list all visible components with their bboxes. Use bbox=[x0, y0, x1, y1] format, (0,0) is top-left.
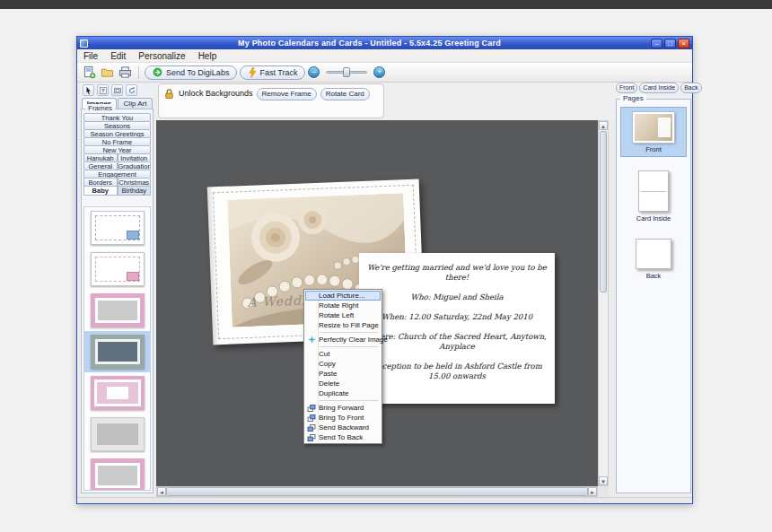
menu-item-load-picture[interactable]: Load Picture... bbox=[305, 291, 381, 301]
thumb-art bbox=[107, 387, 128, 399]
scrollbar-corner bbox=[598, 486, 609, 497]
front-view-button[interactable]: Front bbox=[616, 83, 637, 93]
zoom-out-button[interactable]: − bbox=[308, 66, 320, 78]
frame-thumbnail[interactable] bbox=[84, 455, 150, 491]
menu-file[interactable]: File bbox=[77, 50, 104, 62]
horizontal-scrollbar[interactable]: ◄ ► bbox=[156, 486, 598, 497]
page-front[interactable]: Front bbox=[620, 107, 687, 157]
invite-line: We're getting married and we'd love you … bbox=[367, 263, 547, 283]
rotate-card-button[interactable]: Rotate Card bbox=[320, 88, 370, 100]
send-to-label: Send To DigiLabs bbox=[166, 68, 229, 77]
context-menu: Load Picture... Rotate Right Rotate Left… bbox=[303, 289, 382, 444]
right-panel: Front Card Inside Back Pages Front Card … bbox=[616, 83, 691, 495]
card-inside-page-thumbnail[interactable] bbox=[638, 170, 669, 212]
menu-item-perfectly-clear-image[interactable]: Perfectly Clear Image bbox=[305, 335, 381, 344]
rotate-tool-icon bbox=[127, 86, 136, 95]
menu-item-rotate-left[interactable]: Rotate Left bbox=[305, 310, 381, 320]
canvas[interactable]: A Wedding We're getting married and we'd… bbox=[156, 120, 598, 486]
menu-item-rotate-right[interactable]: Rotate Right bbox=[305, 301, 381, 310]
category-general[interactable]: General bbox=[83, 161, 118, 170]
category-graduation[interactable]: Graduation bbox=[118, 161, 152, 170]
titlebar[interactable]: My Photo Calendars and Cards - Untitled … bbox=[77, 37, 692, 49]
rotate-tool-button[interactable] bbox=[126, 84, 137, 96]
layers-icon bbox=[305, 405, 318, 412]
page-card-inside[interactable]: Card Inside bbox=[620, 166, 687, 225]
back-view-button[interactable]: Back bbox=[680, 83, 702, 93]
card-inside-view-button[interactable]: Card Inside bbox=[639, 83, 679, 93]
menu-item-send-backward[interactable]: Send Backward bbox=[305, 423, 381, 432]
frame-thumbnail[interactable] bbox=[84, 372, 150, 414]
print-button[interactable] bbox=[118, 65, 133, 80]
menu-item-paste[interactable]: Paste bbox=[305, 369, 381, 379]
vertical-scroll-thumb[interactable] bbox=[600, 131, 607, 292]
frame-thumbnail[interactable] bbox=[84, 207, 150, 249]
sparkle-icon bbox=[305, 336, 318, 344]
invite-text-panel[interactable]: We're getting married and we'd love you … bbox=[359, 253, 555, 404]
menu-item-send-to-back[interactable]: Send To Back bbox=[305, 432, 381, 442]
menu-item-delete[interactable]: Delete bbox=[305, 379, 381, 388]
open-folder-icon bbox=[101, 65, 114, 79]
unlock-backgrounds-label[interactable]: Unlock Backgrounds bbox=[179, 88, 253, 99]
horizontal-scroll-thumb[interactable] bbox=[166, 487, 588, 496]
print-icon bbox=[118, 65, 132, 79]
layers-icon bbox=[305, 414, 318, 422]
fast-track-button[interactable]: Fast Track bbox=[240, 65, 305, 80]
close-button[interactable]: × bbox=[678, 39, 689, 48]
menu-separator bbox=[320, 400, 378, 401]
add-image-button[interactable] bbox=[82, 65, 97, 80]
text-tool-icon bbox=[99, 86, 108, 95]
zoom-slider[interactable] bbox=[326, 66, 367, 78]
maximize-button[interactable]: □ bbox=[664, 39, 676, 48]
app-window: My Photo Calendars and Cards - Untitled … bbox=[76, 36, 693, 504]
pages-panel-title: Pages bbox=[620, 94, 646, 102]
scroll-down-button[interactable]: ▼ bbox=[599, 476, 608, 485]
menu-item-cut[interactable]: Cut bbox=[305, 349, 381, 359]
frame-thumbnail-selected[interactable] bbox=[84, 331, 150, 372]
menu-help[interactable]: Help bbox=[192, 50, 224, 62]
scroll-right-button[interactable]: ► bbox=[588, 487, 597, 496]
menu-separator bbox=[320, 332, 378, 333]
back-page-thumbnail[interactable] bbox=[636, 239, 671, 269]
screen: My Photo Calendars and Cards - Untitled … bbox=[0, 0, 772, 532]
category-tab-birthday[interactable]: Birthday bbox=[118, 186, 152, 196]
scroll-left-button[interactable]: ◄ bbox=[157, 487, 166, 496]
pointer-tool-button[interactable] bbox=[83, 84, 94, 96]
front-page-thumbnail[interactable] bbox=[633, 112, 674, 143]
layers-icon bbox=[305, 434, 318, 441]
fast-track-label: Fast Track bbox=[259, 68, 297, 77]
add-frame-tool-button[interactable] bbox=[111, 84, 123, 96]
send-to-digilabs-button[interactable]: Send To DigiLabs bbox=[145, 65, 237, 80]
menu-item-resize-to-fill-page[interactable]: Resize to Fill Page bbox=[305, 320, 381, 330]
add-text-tool-button[interactable] bbox=[97, 84, 109, 96]
menu-edit[interactable]: Edit bbox=[104, 50, 132, 62]
menu-personalize[interactable]: Personalize bbox=[132, 50, 191, 62]
scroll-up-button[interactable]: ▲ bbox=[599, 121, 608, 130]
frame-thumbnail-list[interactable] bbox=[83, 206, 151, 491]
frame-thumb-art bbox=[91, 252, 145, 286]
page-label: Back bbox=[620, 272, 687, 280]
thumb-art bbox=[98, 466, 137, 485]
invite-line: Where: Church of the Sacred Heart, Anyto… bbox=[367, 332, 547, 352]
vertical-scrollbar[interactable]: ▲ ▼ bbox=[598, 120, 609, 486]
canvas-header: Unlock Backgrounds Remove Frame Rotate C… bbox=[156, 83, 616, 120]
layers-icon bbox=[305, 424, 318, 432]
frame-thumbnail[interactable] bbox=[84, 249, 150, 290]
menu-item-duplicate[interactable]: Duplicate bbox=[305, 388, 381, 398]
menu-item-copy[interactable]: Copy bbox=[305, 359, 381, 369]
tools-row bbox=[80, 83, 154, 97]
minimize-button[interactable]: – bbox=[651, 39, 662, 48]
zoom-slider-thumb[interactable] bbox=[343, 67, 350, 77]
open-button[interactable] bbox=[100, 65, 115, 80]
frame-thumbnail[interactable] bbox=[84, 290, 150, 331]
zoom-in-button[interactable]: + bbox=[373, 66, 385, 78]
menu-item-bring-forward[interactable]: Bring Forward bbox=[305, 403, 381, 413]
remove-frame-button[interactable]: Remove Frame bbox=[257, 88, 317, 100]
page-back[interactable]: Back bbox=[620, 234, 687, 283]
category-tab-baby[interactable]: Baby bbox=[83, 186, 118, 196]
menu-item-bring-to-front[interactable]: Bring To Front bbox=[305, 413, 381, 423]
invite-line: Reception to be held in Ashford Castle f… bbox=[367, 362, 547, 381]
category-season-greetings[interactable]: Season Greetings bbox=[83, 129, 151, 138]
frame-thumbnail[interactable] bbox=[84, 414, 150, 455]
frame-thumb-art bbox=[91, 458, 145, 491]
invite-line: When: 12.00 Saturday, 22nd May 2010 bbox=[367, 312, 547, 322]
